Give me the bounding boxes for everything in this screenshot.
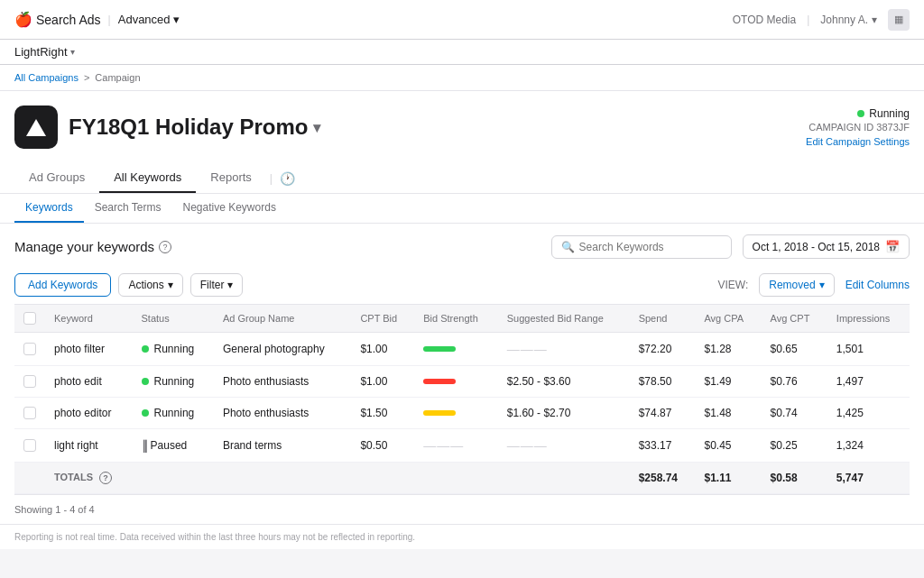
table-row: light right ∥Paused Brand terms $0.50 ——…: [14, 429, 910, 463]
filter-dropdown-button[interactable]: Filter ▾: [190, 273, 244, 297]
status-text: Running: [154, 407, 195, 419]
workspace-dropdown[interactable]: LightRight ▾: [14, 45, 75, 59]
sub-tab-search-terms[interactable]: Search Terms: [84, 194, 172, 223]
manage-keywords-info-icon[interactable]: ?: [159, 241, 171, 253]
status-running-icon: [142, 345, 149, 353]
cell-avgcpt: $0.25: [762, 429, 827, 463]
status-text: Running: [154, 343, 195, 355]
totals-avg-cpt: $0.58: [762, 463, 827, 494]
tab-all-keywords[interactable]: All Keywords: [99, 163, 196, 193]
cell-impressions: 1,501: [827, 333, 910, 366]
cell-bidstrength: [414, 366, 498, 398]
status-cell: Running: [142, 375, 205, 388]
apple-logo-icon: 🍎: [14, 11, 32, 28]
cell-suggestedrange: ———: [498, 429, 630, 463]
advanced-dropdown[interactable]: Advanced ▾: [118, 13, 180, 26]
row-checkbox-cell[interactable]: [14, 429, 45, 463]
row-checkbox[interactable]: [23, 407, 36, 419]
table-row: photo filter Running General photography…: [14, 333, 910, 366]
edit-columns-link[interactable]: Edit Columns: [845, 279, 910, 291]
action-bar-left: Add Keywords Actions ▾ Filter ▾: [14, 273, 243, 297]
cell-keyword: photo filter: [45, 333, 133, 366]
advanced-label: Advanced: [118, 13, 171, 26]
action-bar: Add Keywords Actions ▾ Filter ▾ VIEW: Re…: [14, 266, 910, 305]
edit-campaign-settings-link[interactable]: Edit Campaign Settings: [806, 136, 910, 147]
table-header-row: Keyword Status Ad Group Name CPT Bid Bid…: [14, 305, 910, 333]
breadcrumb: All Campaigns > Campaign: [0, 65, 924, 91]
actions-dropdown-button[interactable]: Actions ▾: [118, 273, 182, 297]
view-removed-button[interactable]: Removed ▾: [759, 273, 834, 297]
row-checkbox-cell[interactable]: [14, 398, 45, 429]
search-keywords-box[interactable]: 🔍: [551, 235, 732, 259]
campaign-status: Running: [806, 107, 910, 120]
cell-status: Running: [133, 366, 214, 398]
totals-spend: $258.74: [630, 463, 696, 494]
status-text: Running: [154, 375, 195, 388]
tab-ad-groups[interactable]: Ad Groups: [14, 163, 99, 193]
table-row: photo editor Running Photo enthusiasts $…: [14, 398, 910, 429]
totals-impressions: 5,747: [827, 463, 910, 494]
bid-strength-bar: [423, 346, 456, 352]
sub-tab-negative-keywords[interactable]: Negative Keywords: [172, 194, 287, 223]
user-dropdown[interactable]: Johnny A. ▾: [820, 14, 877, 26]
status-running-icon: [142, 378, 149, 385]
cell-cptbid: $1.00: [351, 366, 414, 398]
cell-spend: $33.17: [630, 429, 696, 463]
report-note: Reporting is not real time. Data receive…: [0, 524, 924, 549]
suggested-range-empty: ———: [507, 342, 548, 356]
sub-tab-keywords[interactable]: Keywords: [14, 194, 84, 223]
actions-chevron-icon: ▾: [168, 279, 173, 291]
add-keywords-button[interactable]: Add Keywords: [14, 273, 111, 297]
cell-adgroup: General photography: [214, 333, 351, 366]
date-range-button[interactable]: Oct 1, 2018 - Oct 15, 2018 📅: [743, 234, 910, 259]
bid-strength-bar: [423, 410, 456, 416]
totals-avg-cpa: $1.11: [695, 463, 761, 494]
sub-tab-bar: Keywords Search Terms Negative Keywords: [0, 194, 924, 224]
cell-avgcpa: $1.48: [695, 398, 761, 429]
nav-user-area: OTOD Media | Johnny A. ▾ ▦: [733, 9, 910, 31]
keywords-toolbar: Manage your keywords ? 🔍 Oct 1, 2018 - O…: [14, 224, 910, 266]
row-checkbox-cell[interactable]: [14, 333, 45, 366]
row-checkbox[interactable]: [23, 343, 36, 355]
row-checkbox[interactable]: [23, 375, 36, 388]
table-header-checkbox[interactable]: [14, 305, 45, 333]
cell-suggestedrange: $2.50 - $3.60: [498, 366, 630, 398]
cell-cptbid: $0.50: [351, 429, 414, 463]
bid-strength-empty: ———: [423, 438, 464, 453]
campaign-dropdown-icon[interactable]: ▾: [313, 119, 320, 136]
cell-impressions: 1,324: [827, 429, 910, 463]
sidebar-toggle-button[interactable]: ▦: [888, 9, 910, 31]
campaign-name: FY18Q1 Holiday Promo ▾: [69, 115, 320, 140]
filter-chevron-icon: ▾: [227, 279, 233, 291]
cell-impressions: 1,497: [827, 366, 910, 398]
nav-brand: 🍎 Search Ads | Advanced ▾: [14, 11, 180, 28]
removed-chevron-icon: ▾: [819, 279, 825, 291]
bid-strength-bar: [423, 379, 456, 384]
history-icon[interactable]: 🕐: [280, 171, 295, 186]
keywords-table: Keyword Status Ad Group Name CPT Bid Bid…: [14, 305, 910, 494]
row-checkbox-cell[interactable]: [14, 366, 45, 398]
totals-info-icon[interactable]: ?: [99, 472, 112, 484]
status-cell: ∥Paused: [142, 438, 205, 453]
cell-avgcpt: $0.74: [762, 398, 827, 429]
cell-spend: $74.87: [630, 398, 696, 429]
tab-reports[interactable]: Reports: [196, 163, 266, 193]
cell-adgroup: Photo enthusiasts: [214, 398, 351, 429]
col-header-keyword: Keyword: [45, 305, 133, 333]
org-name: OTOD Media: [733, 14, 796, 26]
cell-bidstrength: ———: [414, 429, 498, 463]
breadcrumb-parent-link[interactable]: All Campaigns: [14, 72, 79, 83]
status-dot-icon: [857, 110, 864, 117]
nav-separator: |: [108, 14, 111, 26]
toolbar-right: 🔍 Oct 1, 2018 - Oct 15, 2018 📅: [551, 234, 910, 259]
totals-row: TOTALS ? $258.74 $1.11 $0.58 5,747: [14, 463, 910, 494]
search-keywords-input[interactable]: [579, 241, 722, 253]
calendar-icon: 📅: [885, 240, 900, 253]
col-header-spend: Spend: [630, 305, 696, 333]
col-header-adgroup: Ad Group Name: [214, 305, 351, 333]
search-ads-label: Search Ads: [36, 13, 101, 27]
row-checkbox[interactable]: [23, 439, 36, 452]
cell-bidstrength: [414, 398, 498, 429]
cell-bidstrength: [414, 333, 498, 366]
cell-status: Running: [133, 398, 214, 429]
